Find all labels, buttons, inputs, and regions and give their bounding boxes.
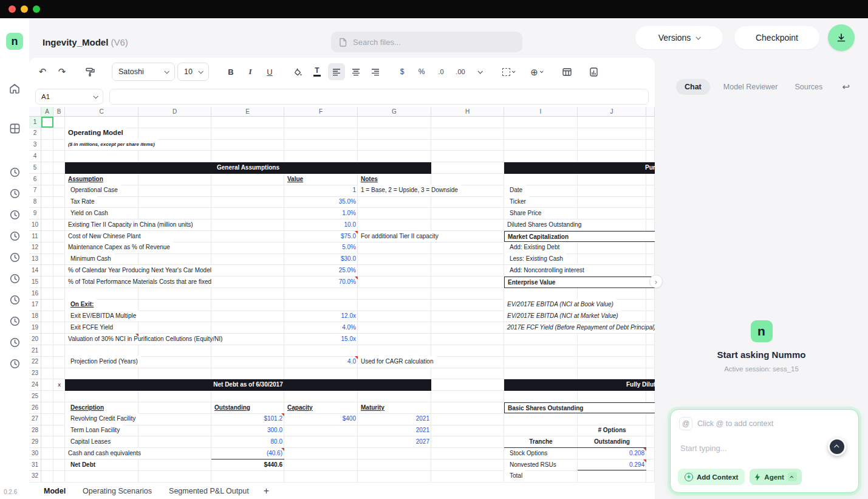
align-right-button[interactable]: [367, 63, 384, 80]
cell-J28[interactable]: # Options: [578, 425, 646, 436]
sheets-grid-icon[interactable]: [0, 119, 29, 137]
cell-I29[interactable]: Tranche: [504, 436, 578, 448]
cell-C20[interactable]: Valuation of 30% NCI in Purification Cel…: [65, 334, 138, 345]
formula-input[interactable]: [109, 89, 649, 105]
cell-J31[interactable]: 0.294: [578, 459, 646, 471]
sheet-tab-model[interactable]: Model: [35, 487, 74, 495]
cell-C7[interactable]: Operational Case: [65, 185, 121, 196]
download-button[interactable]: [828, 24, 855, 51]
add-sheet-button[interactable]: +: [258, 486, 275, 497]
history-icon[interactable]: [0, 248, 29, 266]
cell-I26[interactable]: Basic Shares Outstanding: [504, 402, 655, 414]
scroll-up-button[interactable]: [828, 438, 846, 456]
redo-button[interactable]: ↷: [53, 63, 70, 80]
cell-I24[interactable]: Fully Diluted Shares: [504, 379, 655, 391]
cell-J29[interactable]: Outstanding: [578, 436, 646, 448]
minimize-button[interactable]: [21, 5, 28, 13]
cell-I14[interactable]: Add: Noncontrolling interest: [504, 265, 587, 276]
cell-I31[interactable]: Nonvested RSUs: [504, 459, 559, 470]
row-header-22[interactable]: 22: [29, 356, 41, 368]
cell-C2[interactable]: Operating Model: [65, 128, 126, 139]
cell-E29[interactable]: 80.0: [211, 436, 284, 447]
at-icon[interactable]: @: [679, 417, 692, 430]
app-logo[interactable]: n: [6, 33, 23, 50]
cell-C28[interactable]: Term Loan Facility: [65, 425, 123, 436]
cell-F6[interactable]: Value: [284, 174, 306, 185]
history-icon[interactable]: [0, 312, 29, 330]
cell-G26[interactable]: Maturity: [358, 402, 388, 413]
cell-I7[interactable]: Date: [504, 185, 525, 196]
cell-C17[interactable]: On Exit:: [65, 299, 97, 310]
row-header-23[interactable]: 23: [29, 368, 41, 379]
row-header-26[interactable]: 26: [29, 402, 41, 414]
cell-F7[interactable]: 1: [284, 185, 358, 196]
sheet-tab-operating-scenarios[interactable]: Operating Scenarios: [74, 487, 160, 495]
merge-cells-button[interactable]: ⊕: [524, 63, 548, 80]
row-header-32[interactable]: 32: [29, 470, 41, 482]
cell-E28[interactable]: 300.0: [211, 425, 284, 436]
cell-I19[interactable]: 2017E FCF Yield (Before Repayment of Deb…: [504, 322, 655, 333]
row-header-21[interactable]: 21: [29, 345, 41, 357]
col-header-clipped[interactable]: [646, 107, 655, 117]
row-header-28[interactable]: 28: [29, 425, 41, 436]
message-input[interactable]: Start typing...: [680, 444, 727, 453]
cell-C13[interactable]: Minimum Cash: [65, 253, 114, 264]
col-header-D[interactable]: D: [138, 107, 211, 117]
cell-F18[interactable]: 12.0x: [284, 311, 358, 322]
insert-table-button[interactable]: [558, 63, 575, 80]
history-icon[interactable]: [0, 163, 29, 181]
row-header-13[interactable]: 13: [29, 253, 41, 265]
row-header-14[interactable]: 14: [29, 265, 41, 277]
paint-format-button[interactable]: [82, 63, 99, 80]
cell-I11[interactable]: Market Capitalization: [504, 231, 655, 243]
cell-C29[interactable]: Capital Leases: [65, 436, 114, 447]
number-format-menu-button[interactable]: [471, 63, 488, 80]
row-header-11[interactable]: 11: [29, 231, 41, 243]
col-header-I[interactable]: I: [504, 107, 578, 117]
cell-I12[interactable]: Add: Existing Debt: [504, 242, 562, 253]
cell-E27[interactable]: $101.2: [211, 413, 284, 424]
row-header-6[interactable]: 6: [29, 174, 41, 185]
add-context-button[interactable]: + Add Context: [678, 469, 745, 485]
cell-F9[interactable]: 1.0%: [284, 208, 358, 219]
percent-format-button[interactable]: %: [413, 63, 430, 80]
history-icon[interactable]: [0, 205, 29, 224]
cell-F13[interactable]: $30.0: [284, 253, 358, 264]
row-header-19[interactable]: 19: [29, 322, 41, 334]
cell-G11[interactable]: For additional Tier II capacity: [358, 231, 442, 242]
col-header-J[interactable]: J: [578, 107, 646, 117]
cell-G28[interactable]: 2021: [358, 425, 431, 436]
italic-button[interactable]: I: [242, 63, 259, 80]
cell-C26[interactable]: Description: [65, 402, 107, 413]
bold-button[interactable]: B: [222, 63, 239, 80]
cell-I13[interactable]: Less: Existing Cash: [504, 253, 566, 264]
row-header-8[interactable]: 8: [29, 196, 41, 208]
cell-I5[interactable]: Purchase Assumptions: [504, 162, 655, 174]
row-header-2[interactable]: 2: [29, 128, 41, 139]
versions-button[interactable]: Versions: [635, 26, 723, 49]
cell-I9[interactable]: Share Price: [504, 208, 544, 219]
row-header-25[interactable]: 25: [29, 391, 41, 402]
cell-G27[interactable]: 2021: [358, 413, 431, 424]
font-size-select[interactable]: 10: [177, 63, 209, 81]
cell-I8[interactable]: Ticker: [504, 196, 529, 207]
agent-button[interactable]: Agent: [750, 469, 802, 485]
history-icon[interactable]: [0, 269, 29, 287]
cell-J30[interactable]: 0.208: [578, 448, 646, 459]
cell-E30[interactable]: (40.6): [211, 448, 284, 459]
row-header-1[interactable]: 1: [29, 117, 41, 128]
row-header-30[interactable]: 30: [29, 448, 41, 459]
cell-F22[interactable]: 4.0: [284, 356, 358, 367]
row-header-20[interactable]: 20: [29, 334, 41, 345]
cell-G7[interactable]: 1 = Base, 2 = Upside, 3 = Downside: [358, 185, 461, 196]
close-button[interactable]: [9, 5, 16, 13]
home-icon[interactable]: [0, 79, 29, 97]
cell-C10[interactable]: Existing Tier II Capacity in China (mill…: [65, 219, 196, 230]
row-header-17[interactable]: 17: [29, 299, 41, 311]
row-header-24[interactable]: 24: [29, 379, 41, 391]
cell-F12[interactable]: 5.0%: [284, 242, 358, 253]
fill-color-button[interactable]: [289, 63, 306, 80]
cell-C3[interactable]: ($ in millions, except per share items): [65, 139, 158, 150]
row-header-4[interactable]: 4: [29, 151, 41, 162]
increase-decimal-button[interactable]: .00: [452, 63, 469, 80]
